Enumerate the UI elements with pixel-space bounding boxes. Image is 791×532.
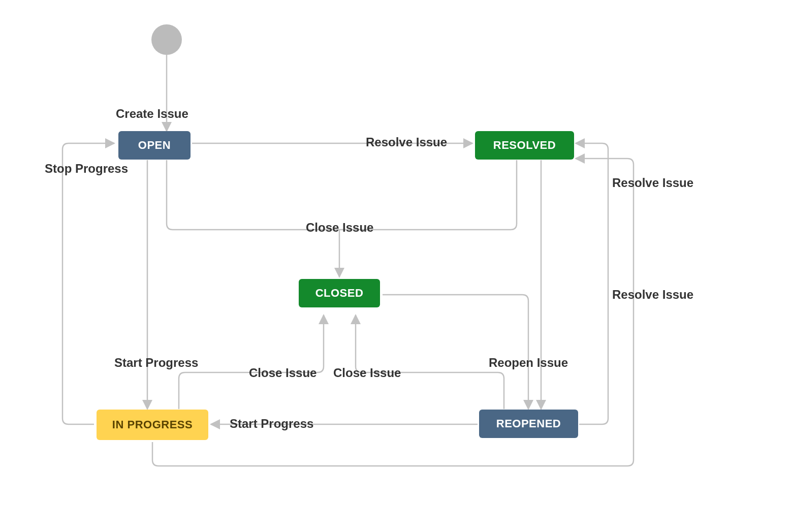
label-stop-progress: Stop Progress [45, 162, 128, 176]
label-start-progress-mid: Start Progress [230, 417, 313, 431]
state-closed: CLOSED [299, 279, 380, 307]
label-close-issue-left: Close Issue [249, 366, 317, 380]
state-resolved: RESOLVED [475, 131, 574, 160]
label-close-issue-right: Close Issue [333, 366, 401, 380]
label-close-issue-top: Close Issue [306, 221, 373, 235]
connectors-layer [0, 0, 791, 532]
label-start-progress-left: Start Progress [114, 356, 198, 370]
start-node [151, 24, 182, 55]
label-resolve-issue-ru: Resolve Issue [612, 176, 693, 190]
edge-inprogress-closed [179, 315, 324, 409]
state-reopened: REOPENED [479, 410, 578, 438]
state-in-progress: IN PROGRESS [97, 410, 208, 440]
edge-closed-reopened [383, 295, 528, 409]
edge-inprogress-open [62, 143, 114, 424]
edge-reopened-resolved [576, 143, 608, 424]
workflow-diagram: OPEN RESOLVED CLOSED IN PROGRESS REOPENE… [0, 0, 791, 532]
label-open-resolve: Resolve Issue [366, 135, 447, 149]
label-reopen-issue: Reopen Issue [489, 356, 568, 370]
label-create-issue: Create Issue [116, 107, 188, 121]
state-open: OPEN [118, 131, 191, 160]
edge-reopened-closed [356, 315, 504, 409]
label-resolve-issue-rl: Resolve Issue [612, 288, 693, 302]
edge-open-resolved-to-closed-top [167, 160, 517, 230]
